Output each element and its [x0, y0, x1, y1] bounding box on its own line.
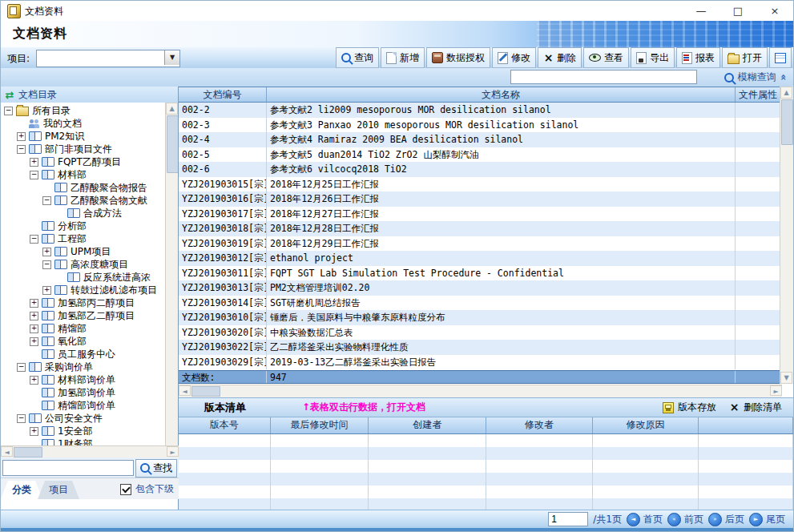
scrollbar-thumb[interactable] — [14, 447, 42, 457]
tree-node[interactable]: 精馏部询价单 — [2, 399, 164, 412]
next-page-button[interactable]: » 后页 — [708, 513, 744, 526]
expand-plus-icon[interactable]: + — [30, 312, 38, 320]
scroll-right-icon[interactable]: ► — [770, 385, 782, 396]
tree-node[interactable]: 乙醇酸聚合物报告 — [2, 181, 164, 194]
collapse-minus-icon[interactable]: − — [42, 196, 51, 205]
expand-plus-icon[interactable]: + — [30, 299, 38, 308]
table-row[interactable]: YZJ201903013[宗]PM2文档管理培训02.20 — [179, 280, 782, 296]
tree-node[interactable]: +精馏部 — [2, 322, 164, 335]
tree-node[interactable]: 我的文档 — [2, 117, 164, 130]
include-sub-checkbox[interactable] — [120, 484, 131, 495]
scroll-down-icon[interactable]: ▼ — [780, 372, 792, 384]
tree-node[interactable]: 合成方法 — [2, 207, 164, 220]
collapse-minus-icon[interactable]: − — [4, 107, 13, 115]
tree-node[interactable]: +UPM项目 — [2, 245, 164, 258]
table-row[interactable]: YZJ201903020[宗]中粮实验数据汇总表 — [179, 325, 782, 341]
version-empty-row[interactable] — [179, 460, 793, 473]
scroll-left-icon[interactable]: ◄ — [179, 385, 191, 396]
chevron-down-icon[interactable]: ▼ — [164, 50, 179, 65]
scrollbar-thumb[interactable] — [191, 386, 220, 397]
tree-node[interactable]: +加氢部乙二醇项目 — [2, 309, 164, 322]
expand-plus-icon[interactable]: + — [30, 376, 38, 385]
scroll-up-icon[interactable]: ▲ — [166, 103, 178, 115]
toolbar-button-报表[interactable]: 报表 — [676, 47, 720, 68]
toolbar-button-数据授权[interactable]: 数据授权 — [426, 47, 490, 68]
toolbar-button-修改[interactable]: 修改 — [492, 47, 536, 68]
version-column-5[interactable] — [699, 417, 793, 433]
version-empty-row[interactable] — [179, 434, 793, 447]
collapse-minus-icon[interactable]: − — [17, 414, 26, 423]
scroll-up-icon[interactable]: ▲ — [780, 87, 792, 99]
delete-list-button[interactable]: × 删除清单 — [729, 401, 782, 414]
tree-node[interactable]: +FQPT乙醇项目 — [2, 155, 164, 168]
search-icon[interactable] — [724, 73, 734, 83]
tab-project[interactable]: 项目 — [38, 481, 79, 499]
toolbar-button-新增[interactable]: 新增 — [381, 47, 425, 68]
table-row[interactable]: YZJ201903017[宗]2018年12月27日工作汇报 — [179, 207, 782, 222]
table-row[interactable]: YZJ201903018[宗]2018年12月28日工作汇报 — [179, 221, 782, 236]
refresh-icon[interactable]: ⇄ — [4, 89, 15, 101]
tree-node[interactable]: −公司安全文件 — [2, 412, 164, 425]
toolbar-button-grid[interactable] — [769, 47, 792, 68]
table-row[interactable]: YZJ201903022[宗]乙二醇塔釜采出实验物料理化性质 — [179, 340, 782, 355]
column-file-attr[interactable]: 文件属性 — [736, 87, 782, 102]
table-row[interactable]: YZJ201903012[宗]ethanol project — [179, 251, 782, 266]
tree-node[interactable]: −工程部 — [2, 232, 164, 245]
tree-node[interactable]: 反应系统进高浓 — [2, 271, 164, 284]
scrollbar-thumb[interactable] — [781, 99, 793, 145]
tree-node[interactable]: 分析部 — [2, 220, 164, 232]
version-store-button[interactable]: 版本存放 — [663, 401, 716, 414]
fuzzy-search-input[interactable] — [510, 70, 697, 84]
last-page-button[interactable]: ► 尾页 — [749, 513, 785, 526]
table-row[interactable]: YZJ201903029[宗]2019-03-13乙二醇塔釜采出实验日报告 — [179, 355, 782, 370]
toolbar-button-删除[interactable]: ×删除 — [538, 47, 582, 68]
column-doc-id[interactable]: 文档编号 — [179, 87, 267, 102]
version-empty-row[interactable] — [179, 473, 793, 486]
expand-plus-icon[interactable]: + — [30, 427, 38, 436]
toolbar-button-打开[interactable]: 打开 — [722, 47, 768, 68]
version-column-3[interactable]: 修改者 — [486, 417, 593, 433]
tree-node[interactable]: +氧化部 — [2, 335, 164, 348]
scroll-left-icon[interactable]: ◄ — [1, 446, 13, 457]
version-column-2[interactable]: 创建者 — [369, 417, 486, 433]
expand-plus-icon[interactable]: + — [17, 132, 26, 141]
expand-plus-icon[interactable]: + — [42, 286, 51, 295]
tree-horizontal-scrollbar[interactable]: ◄ ► — [1, 445, 179, 457]
table-row[interactable]: 002-3参考文献3 Panxao 2010 mesoporous MOR de… — [179, 118, 782, 133]
version-column-0[interactable]: 版本号 — [179, 417, 271, 433]
tree-find-input[interactable] — [2, 460, 134, 476]
minimize-button[interactable]: — — [683, 1, 719, 21]
expand-plus-icon[interactable]: + — [30, 158, 38, 167]
version-empty-row[interactable] — [179, 486, 793, 498]
expand-plus-icon[interactable]: + — [30, 337, 38, 346]
column-doc-name[interactable]: 文档名称 — [267, 87, 736, 102]
doc-vertical-scrollbar[interactable]: ▲ ▼ — [780, 87, 793, 384]
tree-node[interactable]: 员工服务中心 — [2, 348, 164, 361]
scrollbar-thumb[interactable] — [167, 115, 178, 173]
maximize-button[interactable]: □ — [719, 1, 756, 21]
page-number-input[interactable] — [548, 512, 588, 526]
table-row[interactable]: YZJ201903010[宗]锤磨后，美国原料与中粮肇东原料粒度分布 — [179, 310, 782, 325]
first-page-button[interactable]: ◄ 首页 — [627, 513, 663, 526]
collapse-chevron-icon[interactable]: « — [777, 74, 789, 80]
version-empty-row[interactable] — [179, 447, 793, 460]
collapse-minus-icon[interactable]: − — [42, 260, 51, 269]
table-row[interactable]: 002-6参考文献6 vilcocq2018 TiO2 — [179, 162, 782, 177]
tree-vertical-scrollbar[interactable]: ▲ ▼ — [165, 103, 178, 462]
toolbar-button-导出[interactable]: 导出 — [631, 47, 675, 68]
prev-page-button[interactable]: « 前页 — [667, 513, 703, 526]
tree-node[interactable]: −部门非项目文件 — [2, 143, 164, 155]
toolbar-button-查询[interactable]: 查询 — [336, 47, 379, 68]
tree-node[interactable]: +PM2知识 — [2, 130, 164, 143]
table-row[interactable]: YZJ201903014[宗]SGT研磨机周总结报告 — [179, 296, 782, 311]
version-column-4[interactable]: 修改原因 — [593, 417, 699, 433]
version-column-1[interactable]: 最后修改时间 — [271, 417, 369, 433]
close-button[interactable]: × — [756, 1, 793, 21]
fuzzy-search-label[interactable]: 模糊查询 — [738, 71, 776, 84]
tree-node[interactable]: −采购询价单 — [2, 361, 164, 373]
table-row[interactable]: 002-4参考文献4 Ramiraz 2009 BEA desilication… — [179, 132, 782, 147]
tree-node[interactable]: −高浓度糖项目 — [2, 258, 164, 271]
tree-node[interactable]: −材料部 — [2, 168, 164, 181]
table-row[interactable]: YZJ201903019[宗]2018年12月29日工作汇报 — [179, 236, 782, 252]
tree-node[interactable]: −所有目录 — [2, 104, 164, 117]
